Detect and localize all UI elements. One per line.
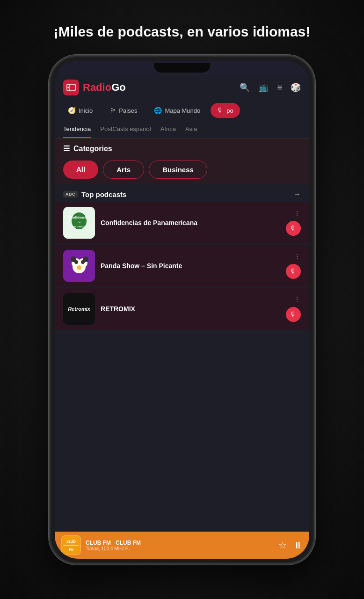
subtab-asia[interactable]: Asia — [185, 125, 197, 138]
app-header: RadioGo 🔍 📺 ≡ 🎲 — [55, 75, 309, 100]
nav-tabs: 🧭 Inicio 🏳 Paises 🌐 Mapa Mundo 🎙 po — [55, 100, 309, 121]
svg-text:de: de — [78, 221, 81, 224]
player-controls: ☆ ⏸ — [278, 540, 303, 551]
podcast-item-1[interactable]: Confidencias de Panamericana Confidencia… — [55, 202, 309, 243]
app-content: RadioGo 🔍 📺 ≡ 🎲 🧭 Inicio 🏳 P — [55, 75, 309, 559]
podcast-actions-3: ⋮ 🎙 — [286, 296, 301, 322]
pill-business[interactable]: Business — [149, 161, 207, 179]
logo-area: RadioGo — [63, 80, 126, 95]
podcast-item-2[interactable]: Panda Show – Sin Picante ⋮ 🎙 — [55, 245, 309, 286]
player-info: CLUB FM CLUB FM Tirana, 100.4 MHz F... — [86, 540, 274, 551]
podcast-icon: 🎙 — [217, 107, 224, 114]
player-subtitle: Tirana, 100.4 MHz F... — [86, 546, 274, 551]
svg-point-16 — [83, 256, 88, 262]
phone-screen: RadioGo 🔍 📺 ≡ 🎲 🧭 Inicio 🏳 P — [55, 61, 309, 559]
bottom-player[interactable]: club FM CLUB FM CLUB FM Tirana, 100.4 MH… — [55, 532, 309, 559]
svg-rect-19 — [64, 545, 79, 546]
podcast-actions-2: ⋮ 🎙 — [286, 253, 301, 279]
mic-btn-2[interactable]: 🎙 — [286, 264, 301, 279]
subtab-podcasts-espanol[interactable]: PostCasts español — [100, 125, 151, 138]
header-icons: 🔍 📺 ≡ 🎲 — [240, 82, 301, 93]
category-pills: All Arts Business — [55, 157, 309, 184]
notch — [154, 63, 210, 73]
mic-btn-3[interactable]: 🎙 — [286, 307, 301, 322]
tab-mapa[interactable]: 🌐 Mapa Mundo — [147, 103, 207, 118]
pill-all[interactable]: All — [63, 161, 98, 179]
svg-text:club: club — [66, 539, 76, 544]
podcast-thumb-1: Confidencias de Panamericana — [63, 207, 95, 239]
subtab-africa[interactable]: Africa — [160, 125, 176, 138]
categories-header: ☰ Categories — [55, 139, 309, 157]
pause-button[interactable]: ⏸ — [293, 540, 303, 551]
retromix-text: Retromix — [68, 306, 90, 312]
top-podcasts-header: ABC Top podcasts → — [55, 184, 309, 202]
cast-icon[interactable]: 📺 — [258, 82, 269, 93]
svg-text:Confidencias: Confidencias — [69, 216, 89, 219]
more-icon-3[interactable]: ⋮ — [294, 296, 301, 303]
pill-arts[interactable]: Arts — [103, 161, 144, 179]
svg-point-14 — [77, 265, 81, 270]
player-title: CLUB FM CLUB FM — [86, 540, 274, 546]
tab-inicio[interactable]: 🧭 Inicio — [61, 103, 99, 118]
tab-inicio-label: Inicio — [79, 107, 93, 114]
podcast-thumb-2 — [63, 250, 95, 282]
status-bar — [55, 61, 309, 75]
svg-text:Panamericana: Panamericana — [70, 225, 88, 228]
podcast-name-3: RETROMIX — [101, 305, 280, 313]
subtab-tendencia[interactable]: Tendencia — [63, 125, 91, 138]
categories-icon: ☰ — [63, 144, 70, 153]
more-icon-2[interactable]: ⋮ — [294, 253, 301, 260]
podcast-name-1: Confidencias de Panamericana — [101, 219, 280, 227]
svg-point-15 — [71, 256, 76, 262]
phone-shell: RadioGo 🔍 📺 ≡ 🎲 🧭 Inicio 🏳 P — [49, 55, 315, 565]
podcast-list: Confidencias de Panamericana Confidencia… — [55, 202, 309, 532]
svg-text:FM: FM — [69, 548, 73, 551]
podcast-info-3: RETROMIX — [101, 305, 280, 313]
logo-icon — [63, 80, 79, 95]
top-podcasts-label: Top podcasts — [81, 190, 126, 198]
categories-label: Categories — [73, 145, 112, 153]
top-podcasts-title: ABC Top podcasts — [63, 190, 126, 198]
tab-podcasts[interactable]: 🎙 po — [211, 103, 240, 118]
podcast-actions-1: ⋮ 🎙 — [286, 210, 301, 236]
more-icon-1[interactable]: ⋮ — [294, 210, 301, 217]
menu-icon[interactable]: ≡ — [277, 83, 282, 93]
tab-mapa-label: Mapa Mundo — [165, 107, 200, 114]
svg-point-2 — [68, 87, 69, 88]
podcast-info-1: Confidencias de Panamericana — [101, 219, 280, 227]
abc-badge: ABC — [63, 191, 78, 197]
top-podcasts-arrow[interactable]: → — [293, 190, 301, 198]
podcast-thumb-3: Retromix — [63, 293, 95, 325]
podcast-name-2: Panda Show – Sin Picante — [101, 262, 280, 270]
podcast-item-3[interactable]: Retromix RETROMIX ⋮ 🎙 — [55, 288, 309, 329]
inicio-icon: 🧭 — [68, 107, 76, 114]
mic-btn-1[interactable]: 🎙 — [286, 221, 301, 236]
mapa-icon: 🌐 — [154, 107, 162, 114]
favorite-star[interactable]: ☆ — [278, 540, 287, 551]
player-thumbnail: club FM — [61, 535, 81, 555]
categories-title: ☰ Categories — [63, 144, 112, 153]
paises-icon: 🏳 — [109, 107, 116, 114]
podcast-info-2: Panda Show – Sin Picante — [101, 262, 280, 270]
dice-icon[interactable]: 🎲 — [291, 82, 301, 93]
tab-podcast-label: po — [226, 107, 233, 114]
search-icon[interactable]: 🔍 — [240, 82, 250, 93]
tab-paises-label: Paises — [119, 107, 137, 114]
sub-tabs: Tendencia PostCasts español Africa Asia — [55, 121, 309, 139]
tab-paises[interactable]: 🏳 Paises — [103, 103, 144, 118]
logo-text: RadioGo — [83, 81, 126, 94]
app-tagline: ¡Miles de podcasts, en varios idiomas! — [51, 22, 313, 41]
